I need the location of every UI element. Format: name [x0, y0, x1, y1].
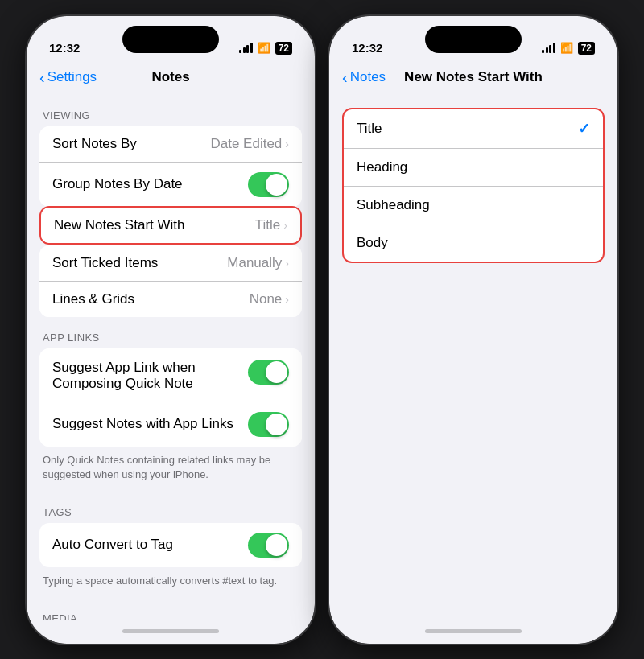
lines-grids-value: None ›	[250, 291, 289, 307]
back-label-1: Settings	[47, 69, 97, 85]
nav-title-2: New Notes Start With	[404, 69, 543, 85]
row-sort-notes-by[interactable]: Sort Notes By Date Edited ›	[39, 126, 302, 163]
back-label-2: Notes	[350, 69, 386, 85]
settings-group-viewing: Sort Notes By Date Edited › Group Notes …	[39, 126, 302, 207]
wifi-icon-2: 📶	[560, 42, 573, 54]
content-2: Title ✓ Heading Subheading Body	[329, 95, 617, 620]
home-indicator-2	[329, 620, 617, 644]
sort-notes-chevron: ›	[285, 138, 289, 150]
suggest-notes-label: Suggest Notes with App Links	[52, 416, 248, 432]
highlighted-border: New Notes Start With Title ›	[39, 206, 302, 245]
section-label-applinks: APP LINKS	[27, 317, 315, 348]
row-sort-ticked-items[interactable]: Sort Ticked Items Manually ›	[39, 245, 302, 282]
time-1: 12:32	[49, 41, 80, 55]
back-chevron-icon-2: ‹	[342, 69, 348, 85]
row-suggest-notes-app-links[interactable]: Suggest Notes with App Links	[39, 402, 302, 447]
sort-ticked-label: Sort Ticked Items	[52, 255, 227, 271]
option-title-label: Title	[357, 121, 382, 137]
group-notes-toggle[interactable]	[248, 172, 289, 197]
screen-2: 12:32 📶 72 ‹ Notes New Notes Start With	[329, 16, 617, 644]
option-body[interactable]: Body	[344, 224, 603, 262]
section-label-viewing: VIEWING	[27, 95, 315, 126]
row-suggest-app-link[interactable]: Suggest App Link when Composing Quick No…	[39, 348, 302, 402]
title-checkmark: ✓	[578, 120, 590, 138]
status-icons-1: 📶 72	[239, 42, 292, 55]
wifi-icon: 📶	[258, 42, 270, 54]
back-chevron-icon-1: ‹	[39, 69, 45, 85]
settings-group-viewing-2: Sort Ticked Items Manually › Lines & Gri…	[39, 245, 302, 317]
row-new-notes-start-with[interactable]: New Notes Start With Title ›	[41, 208, 300, 243]
row-auto-convert-tag[interactable]: Auto Convert to Tag	[39, 523, 302, 567]
toggle-knob-4	[266, 534, 287, 556]
option-title[interactable]: Title ✓	[344, 109, 603, 149]
nav-bar-2: ‹ Notes New Notes Start With	[329, 60, 617, 95]
auto-convert-label: Auto Convert to Tag	[52, 537, 248, 553]
option-heading-label: Heading	[357, 159, 407, 175]
option-subheading[interactable]: Subheading	[344, 187, 603, 224]
new-notes-label: New Notes Start With	[54, 217, 255, 233]
section-label-media: MEDIA	[27, 598, 315, 619]
suggest-app-link-toggle[interactable]	[248, 360, 289, 385]
nav-bar-1: ‹ Settings Notes	[27, 60, 315, 95]
section-label-tags: TAGS	[27, 492, 315, 523]
battery-icon-2: 72	[578, 42, 595, 55]
sort-ticked-value: Manually ›	[227, 255, 289, 271]
toggle-knob-2	[266, 361, 287, 383]
applinks-helper: Only Quick Notes containing related link…	[27, 447, 315, 492]
home-bar-2	[425, 629, 522, 633]
new-notes-value: Title ›	[255, 217, 287, 233]
suggest-app-link-label: Suggest App Link when Composing Quick No…	[52, 358, 248, 392]
new-notes-chevron: ›	[283, 219, 287, 232]
nav-title-1: Notes	[151, 69, 189, 85]
signal-icon	[239, 43, 253, 53]
option-subheading-label: Subheading	[357, 197, 430, 213]
option-heading[interactable]: Heading	[344, 149, 603, 187]
options-group: Title ✓ Heading Subheading Body	[342, 108, 605, 263]
row-group-notes-by-date[interactable]: Group Notes By Date	[39, 163, 302, 207]
settings-group-applinks: Suggest App Link when Composing Quick No…	[39, 348, 302, 447]
content-1: VIEWING Sort Notes By Date Edited › Grou…	[27, 95, 315, 620]
phone-1: 12:32 📶 72 ‹ Settings Notes	[27, 16, 315, 644]
settings-group-tags: Auto Convert to Tag	[39, 523, 302, 567]
time-2: 12:32	[352, 41, 382, 55]
row-lines-grids[interactable]: Lines & Grids None ›	[39, 282, 302, 317]
battery-icon: 72	[275, 42, 292, 55]
screen-1: 12:32 📶 72 ‹ Settings Notes	[27, 16, 315, 644]
status-icons-2: 📶 72	[542, 42, 595, 55]
highlighted-row-wrapper: New Notes Start With Title ›	[39, 206, 302, 245]
dynamic-island-2	[425, 26, 522, 53]
dynamic-island	[122, 26, 219, 53]
sort-notes-by-label: Sort Notes By	[52, 136, 210, 152]
signal-icon-2	[542, 43, 555, 53]
group-notes-label: Group Notes By Date	[52, 176, 248, 192]
sort-ticked-chevron: ›	[285, 257, 289, 270]
sort-notes-by-value: Date Edited ›	[210, 136, 289, 152]
suggest-notes-toggle[interactable]	[248, 412, 289, 437]
back-button-1[interactable]: ‹ Settings	[39, 69, 97, 85]
option-body-label: Body	[357, 235, 388, 251]
back-button-2[interactable]: ‹ Notes	[342, 69, 386, 85]
lines-grids-chevron: ›	[285, 293, 289, 306]
tags-helper: Typing a space automatically converts #t…	[27, 567, 315, 598]
home-bar-1	[122, 629, 219, 633]
lines-grids-label: Lines & Grids	[52, 291, 250, 307]
toggle-knob-3	[266, 414, 287, 435]
auto-convert-toggle[interactable]	[248, 533, 289, 558]
toggle-knob	[266, 174, 287, 196]
home-indicator-1	[27, 620, 315, 644]
phone-2: 12:32 📶 72 ‹ Notes New Notes Start With	[329, 16, 617, 644]
